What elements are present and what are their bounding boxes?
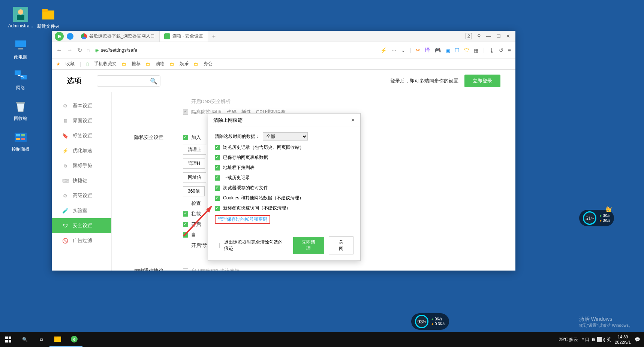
clear-button[interactable]: 清理上 <box>183 145 206 155</box>
browser-logo-icon[interactable]: e <box>55 32 64 41</box>
desktop-icon-user[interactable]: Administra... <box>7 7 34 28</box>
dialog-option: 浏览历史记录（包含历史、网页回收站） <box>223 144 304 151</box>
sidebar-item-accel[interactable]: ⚡优化加速 <box>52 143 111 158</box>
video-icon[interactable]: ▣ <box>445 47 450 53</box>
dialog-option: 浏览器缓存的临时文件 <box>223 185 268 191</box>
folder-icon: 🗀 <box>194 61 198 67</box>
sidebar-item-ui[interactable]: 🖥界面设置 <box>52 113 111 128</box>
bookmark-item[interactable]: 娱乐 <box>180 61 189 67</box>
weather-widget[interactable]: 29℃ 多云 <box>559 337 578 343</box>
explorer-button[interactable] <box>49 332 66 347</box>
bookmark-item[interactable]: 办公 <box>204 61 213 67</box>
manage-button[interactable]: 管理H <box>183 159 205 169</box>
history-icon[interactable]: ↺ <box>499 47 503 53</box>
tab-settings[interactable]: 选项 - 安全设置 <box>160 31 208 42</box>
tag-icon: 🔖 <box>62 133 68 139</box>
sidebar-item-label: 实验室 <box>73 207 87 214</box>
back-button[interactable]: ← <box>56 47 62 54</box>
perf-widget-1[interactable]: 93% ● 0K/s ● 0.3K/s <box>411 313 449 330</box>
browser-taskbar-button[interactable]: e <box>66 332 82 347</box>
clock[interactable]: 14:39 2022/9/1 <box>615 334 631 345</box>
url-button[interactable]: 网址信 <box>183 172 206 182</box>
page-title: 选项 <box>67 76 82 86</box>
bookmark-mobile[interactable]: 手机收藏夹 <box>94 61 117 67</box>
url-input[interactable]: ◉ se://settings/safe <box>95 47 376 53</box>
search-icon[interactable]: 🔍 <box>150 78 157 85</box>
section-title: 国密通信协议 <box>134 268 183 271</box>
download-icon[interactable]: ⭳ <box>489 47 494 53</box>
search-button[interactable]: 🔍 <box>16 332 33 347</box>
range-select[interactable]: 全部 <box>263 132 308 141</box>
sidebar-item-tabs[interactable]: 🔖标签设置 <box>52 128 111 143</box>
star-icon: ★ <box>56 61 60 67</box>
monitor-icon: 🖥 <box>62 118 68 124</box>
checkbox[interactable] <box>215 165 220 171</box>
login-button[interactable]: 立即登录 <box>464 75 500 87</box>
checkbox[interactable] <box>183 268 188 271</box>
checkbox[interactable] <box>215 196 220 201</box>
desktop-icon-folder[interactable]: 新建文件夹 <box>35 7 61 30</box>
perf-widget-2[interactable]: 👑 51% ● 0K/s ● 0K/s <box>579 210 614 226</box>
task-view-button[interactable]: ⧉ <box>33 332 49 347</box>
new-tab-button[interactable]: + <box>208 33 219 40</box>
sync-icon[interactable] <box>67 33 73 40</box>
grid-icon[interactable]: ▦ <box>474 47 479 53</box>
tab-chrome-download[interactable]: 谷歌浏览器下载_浏览器官网入口 <box>76 31 160 42</box>
dropdown-icon[interactable]: ⌄ <box>401 47 406 53</box>
tray-icons[interactable]: ^ 口 🖥 ⬜)) 英 <box>582 337 611 343</box>
desktop-icon-network[interactable]: 网络 <box>7 68 34 91</box>
sidebar-item-lab[interactable]: 🧪实验室 <box>52 203 111 218</box>
menu-icon[interactable]: ≡ <box>508 47 511 53</box>
bookmark-fav[interactable]: 收藏 <box>66 61 75 67</box>
checkbox[interactable] <box>215 145 220 150</box>
section-title: 隐私安全设置 <box>134 134 183 141</box>
tab-count-badge[interactable]: 2 <box>466 33 472 39</box>
close-button[interactable]: 关 闭 <box>329 236 353 254</box>
tab-bar: e 谷歌浏览器下载_浏览器官网入口 选项 - 安全设置 + 2 ⚲ — ☐ ✕ <box>52 31 515 42</box>
checkbox[interactable] <box>183 243 188 248</box>
360-button[interactable]: 360信 <box>183 186 205 196</box>
scissors-icon[interactable]: ✂ <box>416 47 420 53</box>
forward-button[interactable]: → <box>67 47 73 54</box>
shield-icon[interactable]: 🛡 <box>464 47 469 53</box>
home-button[interactable]: ⌂ <box>87 47 90 54</box>
svg-rect-18 <box>5 337 8 339</box>
sidebar-item-basic[interactable]: ⚙基本设置 <box>52 98 111 113</box>
sidebar-item-mouse[interactable]: 🖱鼠标手势 <box>52 158 111 173</box>
bookmark-item[interactable]: 购物 <box>156 61 165 67</box>
bookmark-bar: ★ 收藏 | ▯ 手机收藏夹 🗀推荐 🗀购物 🗀娱乐 🗀办公 <box>52 58 515 70</box>
more-icon[interactable]: ⋯ <box>391 47 397 53</box>
sidebar-item-adblock[interactable]: 🚫广告过滤 <box>52 233 111 248</box>
sidebar-item-shortcut[interactable]: ⌨快捷键 <box>52 173 111 188</box>
close-icon[interactable]: ✕ <box>351 117 355 123</box>
pin-icon[interactable]: ⚲ <box>477 33 481 39</box>
sidebar-item-advanced[interactable]: ⚙高级设置 <box>52 188 111 203</box>
minimize-button[interactable]: — <box>486 33 491 39</box>
checkbox[interactable] <box>183 99 188 104</box>
desktop-icon-pc[interactable]: 此电脑 <box>7 37 34 60</box>
sidebar-item-security[interactable]: 🛡安全设置 <box>52 218 111 233</box>
game-icon[interactable]: 🎮 <box>434 47 441 53</box>
close-button[interactable]: ✕ <box>506 33 510 39</box>
dialog-option: 新标签页快速访问（不建议清理） <box>223 205 291 211</box>
svg-rect-7 <box>15 70 21 75</box>
bookmark-item[interactable]: 推荐 <box>132 61 141 67</box>
translate-icon[interactable]: 译 <box>425 47 430 54</box>
bolt-icon[interactable]: ⚡ <box>380 47 387 53</box>
checkbox[interactable] <box>183 135 188 140</box>
desktop-icon-recycle[interactable]: 回收站 <box>7 99 34 122</box>
checkbox[interactable] <box>215 155 220 160</box>
recycle-icon <box>13 99 28 114</box>
manage-passwords-link[interactable]: 管理保存过的帐号和密码 <box>218 217 267 222</box>
desktop-icon-control[interactable]: 控制面板 <box>7 130 34 153</box>
checkbox[interactable] <box>215 185 220 191</box>
reload-button[interactable]: ↻ <box>77 46 82 54</box>
clean-now-button[interactable]: 立即清理 <box>293 237 324 254</box>
maximize-button[interactable]: ☐ <box>496 33 501 39</box>
notification-button[interactable]: 💬 <box>635 337 640 342</box>
checkbox[interactable] <box>215 175 220 181</box>
desktop-icon-label: 控制面板 <box>12 147 30 152</box>
start-button[interactable] <box>0 332 16 347</box>
window-icon[interactable]: ☐ <box>455 47 460 53</box>
option-label: 开启DNS安全解析 <box>191 98 231 105</box>
